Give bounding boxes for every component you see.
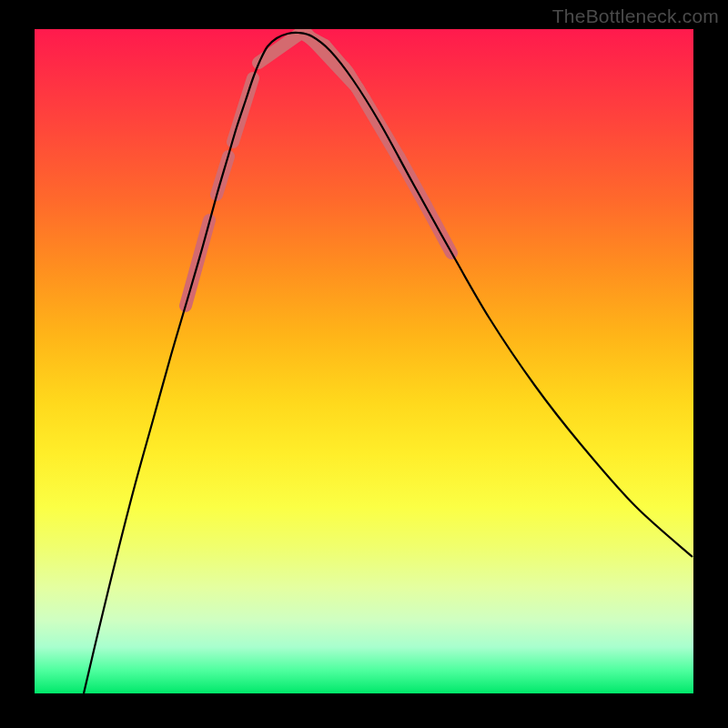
chart-plot-area bbox=[35, 29, 693, 693]
highlight-layer bbox=[186, 33, 451, 306]
chart-frame: TheBottleneck.com bbox=[0, 0, 728, 728]
chart-svg bbox=[35, 29, 693, 693]
highlight-segment bbox=[308, 35, 359, 89]
watermark-text: TheBottleneck.com bbox=[552, 5, 719, 27]
